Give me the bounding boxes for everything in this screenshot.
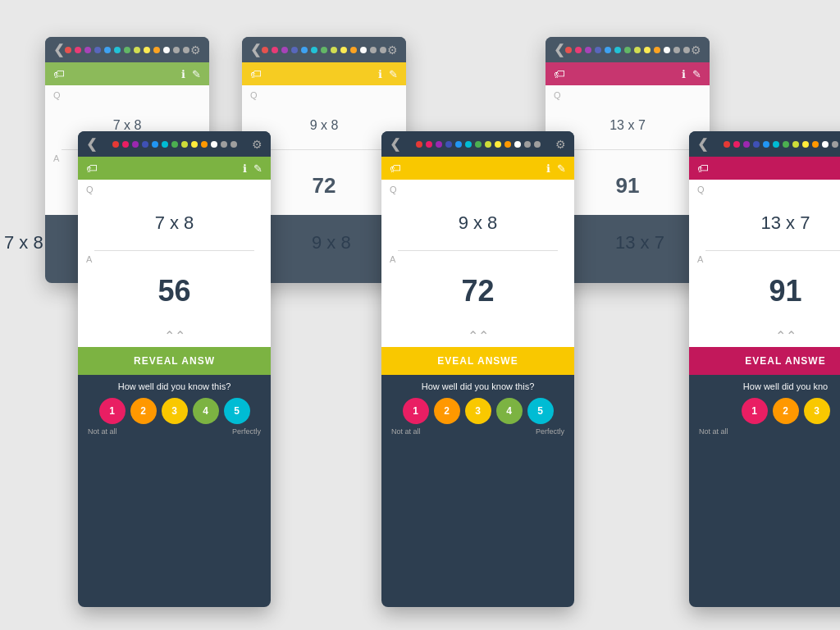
rating-btn-2-card-4[interactable]: 3: [465, 398, 491, 424]
info-icon-3[interactable]: ℹ: [243, 162, 247, 175]
answer-label-5: A: [689, 251, 840, 266]
rating-btn-3-card-4[interactable]: 4: [496, 398, 523, 424]
dot-4: [152, 141, 158, 148]
info-icon-4[interactable]: ℹ: [546, 162, 550, 175]
dot-3: [753, 141, 760, 148]
dot-7: [792, 141, 799, 148]
card-toolbar-0: 🏷ℹ✎: [45, 62, 209, 85]
card-main-3: ❮⚙🏷ℹ✎Q13 x 7A91⌃⌃EVEAL ANSWEHow well did…: [689, 131, 840, 607]
rating-btn-4-card-4[interactable]: 5: [527, 398, 554, 424]
back-icon-1[interactable]: ❮: [250, 42, 261, 57]
gear-icon-2[interactable]: ⚙: [691, 43, 701, 57]
progress-dots-1: [262, 47, 386, 53]
back-icon-4[interactable]: ❮: [390, 136, 400, 152]
rating-labels-5: Not at all: [697, 427, 840, 436]
dot-9: [201, 141, 208, 148]
dot-11: [832, 141, 838, 148]
back-icon-0[interactable]: ❮: [53, 42, 64, 57]
info-icon-2[interactable]: ℹ: [682, 68, 686, 80]
bookmark-icon-1[interactable]: 🏷: [250, 67, 262, 80]
chevron-up-5[interactable]: ⌃⌃: [689, 325, 840, 347]
chevron-up-3[interactable]: ⌃⌃: [78, 325, 271, 347]
reveal-bar-4[interactable]: EVEAL ANSWE: [381, 347, 574, 375]
back-icon-3[interactable]: ❮: [86, 136, 97, 152]
gear-icon-3[interactable]: ⚙: [252, 138, 262, 151]
dot-6: [475, 141, 482, 148]
rating-buttons-5: 123: [697, 398, 840, 424]
edit-icon-2[interactable]: ✎: [692, 68, 701, 80]
gear-icon-0[interactable]: ⚙: [190, 43, 201, 57]
info-icon-0[interactable]: ℹ: [181, 68, 185, 80]
bookmark-icon-3[interactable]: 🏷: [86, 162, 98, 175]
card-header-0: ❮⚙: [45, 37, 209, 62]
rating-label-perfectly-4: Perfectly: [536, 427, 564, 436]
dot-2: [84, 47, 91, 53]
dot-1: [75, 47, 81, 53]
dot-12: [380, 47, 386, 53]
dot-8: [191, 141, 198, 148]
bookmark-icon-5[interactable]: 🏷: [697, 162, 709, 175]
card-toolbar-1: 🏷ℹ✎: [242, 62, 406, 85]
progress-dots-0: [65, 47, 189, 53]
bookmark-icon-4[interactable]: 🏷: [390, 162, 401, 175]
dot-7: [331, 47, 337, 53]
dot-3: [595, 47, 601, 53]
card-header-3: ❮⚙: [78, 131, 271, 157]
dot-0: [416, 141, 422, 148]
chevron-up-4[interactable]: ⌃⌃: [381, 325, 574, 347]
rating-btn-0-card-4[interactable]: 1: [403, 398, 429, 424]
card-toolbar-4: 🏷ℹ✎: [381, 157, 574, 180]
edit-icon-1[interactable]: ✎: [389, 68, 398, 80]
reveal-bar-5[interactable]: EVEAL ANSWE: [689, 347, 840, 375]
rating-btn-1-card-4[interactable]: 2: [434, 398, 460, 424]
rating-question-3: How well did you know this?: [86, 381, 262, 391]
dot-7: [634, 47, 641, 53]
dot-4: [301, 47, 308, 53]
dot-11: [524, 141, 531, 148]
dot-10: [822, 141, 829, 148]
rating-btn-1-card-3[interactable]: 2: [130, 398, 157, 424]
edit-icon-4[interactable]: ✎: [557, 162, 566, 175]
dot-6: [171, 141, 178, 148]
rating-btn-4-card-3[interactable]: 5: [224, 398, 250, 424]
dot-7: [134, 47, 140, 53]
edit-icon-3[interactable]: ✎: [253, 162, 262, 175]
dot-2: [743, 141, 750, 148]
dot-6: [624, 47, 631, 53]
card-header-5: ❮⚙: [689, 131, 840, 157]
rating-btn-0-card-3[interactable]: 1: [99, 398, 126, 424]
rating-btn-2-card-5[interactable]: 3: [804, 398, 830, 424]
card-main-2: ❮⚙🏷ℹ✎Q9 x 8A72⌃⌃EVEAL ANSWEHow well did …: [381, 131, 574, 607]
dot-0: [112, 141, 119, 148]
dot-0: [65, 47, 71, 53]
dot-1: [575, 47, 582, 53]
card-header-2: ❮⚙: [546, 37, 710, 62]
gear-icon-1[interactable]: ⚙: [387, 43, 398, 57]
answer-label-4: A: [381, 251, 574, 266]
rating-btn-1-card-5[interactable]: 2: [773, 398, 799, 424]
dot-10: [360, 47, 367, 53]
edit-icon-0[interactable]: ✎: [192, 68, 201, 80]
reveal-bar-3[interactable]: REVEAL ANSW: [78, 347, 271, 375]
back-icon-2[interactable]: ❮: [554, 42, 564, 57]
dot-12: [183, 47, 189, 53]
bookmark-icon-2[interactable]: 🏷: [554, 67, 565, 80]
dot-9: [350, 47, 357, 53]
rating-btn-2-card-3[interactable]: 3: [162, 398, 188, 424]
card-body-3: Q7 x 8A56⌃⌃: [78, 180, 271, 347]
dot-11: [673, 47, 680, 53]
progress-dots-3: [112, 141, 237, 148]
scene: 7 x 89 x 813 x 7❮⚙🏷ℹ✎Q7 x 8A56REVEAL ANS…: [0, 0, 840, 630]
rating-btn-3-card-3[interactable]: 4: [193, 398, 219, 424]
info-icon-1[interactable]: ℹ: [378, 68, 382, 80]
dot-4: [605, 47, 611, 53]
question-text-5: 13 x 7: [689, 196, 840, 250]
dot-10: [514, 141, 521, 148]
dot-8: [644, 47, 651, 53]
gear-icon-4[interactable]: ⚙: [555, 138, 566, 151]
progress-dots-4: [416, 141, 541, 148]
float-question-0: 7 x 8: [4, 232, 43, 253]
bookmark-icon-0[interactable]: 🏷: [53, 67, 65, 80]
back-icon-5[interactable]: ❮: [697, 136, 708, 152]
rating-btn-0-card-5[interactable]: 1: [742, 398, 768, 424]
